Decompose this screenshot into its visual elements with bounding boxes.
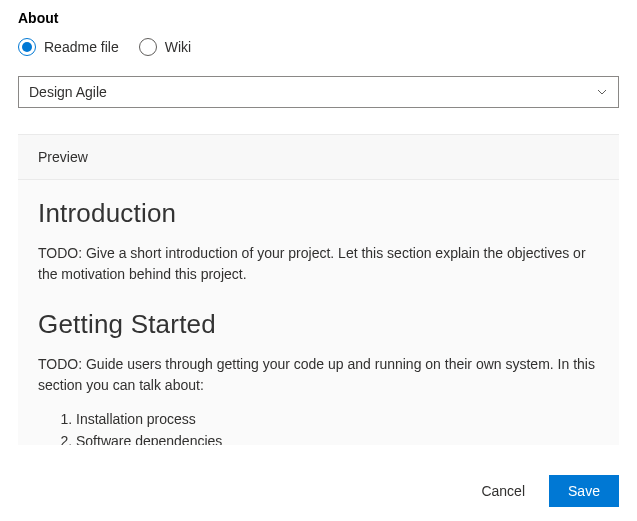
cancel-button[interactable]: Cancel [465, 475, 541, 507]
radio-readme[interactable]: Readme file [18, 38, 119, 56]
preview-tab-bar: Preview [18, 135, 619, 180]
chevron-down-icon [596, 86, 608, 98]
section-title: About [18, 10, 619, 26]
preview-intro-text: TODO: Give a short introduction of your … [38, 243, 599, 285]
preview-panel: Preview Introduction TODO: Give a short … [18, 134, 619, 445]
preview-intro-heading: Introduction [38, 198, 599, 229]
radio-wiki-label: Wiki [165, 39, 191, 55]
radio-wiki[interactable]: Wiki [139, 38, 191, 56]
footer-buttons: Cancel Save [465, 475, 619, 507]
about-radio-group: Readme file Wiki [18, 38, 619, 56]
preview-started-heading: Getting Started [38, 309, 599, 340]
radio-readme-label: Readme file [44, 39, 119, 55]
radio-icon [18, 38, 36, 56]
list-item: Software dependencies [76, 430, 599, 445]
preview-list: Installation process Software dependenci… [76, 408, 599, 445]
dropdown-selected-text: Design Agile [29, 84, 107, 100]
list-item: Installation process [76, 408, 599, 430]
readme-file-dropdown[interactable]: Design Agile [18, 76, 619, 108]
preview-tab[interactable]: Preview [38, 149, 88, 165]
preview-started-text: TODO: Guide users through getting your c… [38, 354, 599, 396]
save-button[interactable]: Save [549, 475, 619, 507]
preview-body: Introduction TODO: Give a short introduc… [18, 180, 619, 445]
radio-icon [139, 38, 157, 56]
